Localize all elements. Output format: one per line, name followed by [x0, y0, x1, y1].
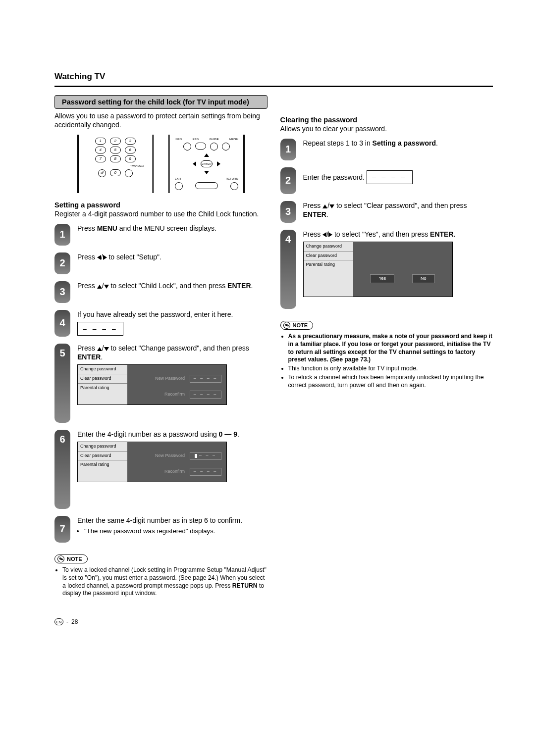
- note-badge: ✎ NOTE: [280, 321, 314, 330]
- step-number: 2: [54, 252, 70, 274]
- label-return: RETURN: [226, 177, 238, 180]
- text-setting-intro: Register a 4-digit password number to us…: [54, 210, 268, 219]
- step-number: 2: [280, 167, 296, 194]
- note-icon: ✎: [56, 554, 65, 563]
- step-text: Enter the 4-digit number as a password u…: [77, 430, 268, 482]
- key-6: 6: [125, 147, 136, 153]
- arrow-right-icon: [103, 255, 107, 260]
- clear-step-4: 4 Press / to select "Yes", and then pres…: [280, 230, 493, 309]
- key-return: [230, 182, 238, 190]
- divider: [54, 86, 493, 87]
- step-1: 1 Press MENU and the MENU screen display…: [54, 224, 268, 246]
- key-1: 1: [95, 138, 106, 145]
- label-new-password: New Password: [155, 453, 185, 459]
- field-reconfirm: – – – –: [190, 391, 221, 399]
- clear-step-1: 1 Repeat steps 1 to 3 in Setting a passw…: [280, 139, 493, 160]
- step-number: 5: [54, 344, 70, 423]
- label-reconfirm: Reconfirm: [164, 469, 185, 475]
- menu-item: Parental rating: [304, 260, 353, 269]
- field-new-password: – – –: [190, 452, 221, 460]
- step-number: 7: [54, 516, 70, 543]
- step-5: 5 Press / to select "Change password", a…: [54, 344, 268, 423]
- arrow-up-icon: [204, 153, 209, 157]
- arrow-left-icon: [97, 255, 101, 260]
- step-number: 3: [54, 281, 70, 303]
- menu-item: Change password: [304, 242, 353, 252]
- key-menu: [222, 143, 230, 151]
- step-number: 1: [54, 224, 70, 246]
- key-3: 3: [125, 138, 136, 145]
- text-clearing-intro: Allows you to clear your password.: [280, 125, 493, 134]
- step-text: Repeat steps 1 to 3 in Setting a passwor…: [303, 139, 493, 148]
- step-number: 1: [280, 139, 296, 160]
- key-info: [183, 143, 191, 151]
- page-number: 28: [71, 618, 78, 625]
- step-text: Press / to select "Yes", and then press …: [303, 230, 493, 297]
- note-bullet: To relock a channel which has been tempo…: [288, 374, 493, 390]
- password-box: – – – –: [77, 322, 123, 336]
- key-bar: [195, 182, 218, 189]
- label-new-password: New Password: [155, 376, 185, 382]
- key-4: 4: [95, 147, 106, 153]
- label-exit: EXIT: [175, 177, 181, 180]
- page-footer: EN - 28: [54, 618, 493, 625]
- step-text: Press / to select "Change password", and…: [77, 344, 268, 405]
- key-flashback: ↺: [98, 169, 106, 177]
- arrow-down-icon: [329, 204, 334, 208]
- step-text: Press MENU and the MENU screen displays.: [77, 224, 268, 233]
- arrow-left-icon: [193, 161, 196, 166]
- remote-diagrams: 1 2 3 4 5 6 7 8 9 TV/VIDEO: [54, 135, 268, 193]
- menu-item: Parental rating: [78, 460, 127, 469]
- key-9: 9: [125, 155, 136, 162]
- step-number: 6: [54, 430, 70, 509]
- step-text: Enter the same 4-digit number as in step…: [77, 516, 268, 535]
- heading-clearing-password: Clearing the password: [280, 116, 493, 124]
- arrow-up-icon: [97, 285, 102, 289]
- step-text: Press / to select "Child Lock", and then…: [77, 281, 268, 290]
- step-number: 4: [54, 310, 70, 337]
- password-box: – – – –: [367, 170, 413, 184]
- key-epg: [195, 143, 206, 150]
- step-2: 2 Press / to select "Setup".: [54, 252, 268, 274]
- step-text: Enter the password. – – – –: [303, 167, 493, 184]
- remote-numpad: 1 2 3 4 5 6 7 8 9 TV/VIDEO: [77, 135, 154, 193]
- menu-panel-enter-password: Change password Clear password Parental …: [77, 442, 227, 482]
- step-3: 3 Press / to select "Child Lock", and th…: [54, 281, 268, 303]
- menu-panel-change-password: Change password Clear password Parental …: [77, 364, 227, 405]
- menu-panel-yes-no: Change password Clear password Parental …: [303, 242, 453, 297]
- step-6: 6 Enter the 4-digit number as a password…: [54, 430, 268, 509]
- key-2: 2: [110, 138, 121, 145]
- key-exit: [175, 182, 183, 190]
- key-enter: ENTER: [201, 160, 213, 167]
- arrow-down-icon: [204, 171, 209, 174]
- arrow-up-icon: [322, 204, 327, 208]
- arrow-left-icon: [322, 232, 326, 237]
- label-reconfirm: Reconfirm: [164, 392, 185, 398]
- option-yes: Yes: [370, 274, 394, 283]
- key-8: 8: [110, 155, 121, 162]
- bullet: "The new password was registered" displa…: [84, 527, 268, 535]
- section-title: Watching TV: [54, 72, 493, 82]
- label-menu: MENU: [229, 138, 238, 141]
- key-7: 7: [95, 155, 106, 162]
- field-new-password: – – – –: [190, 375, 221, 383]
- remote-nav: INFO EPG GUIDE MENU: [168, 135, 245, 193]
- step-7: 7 Enter the same 4-digit number as in st…: [54, 516, 268, 543]
- step-text: If you have already set the password, en…: [77, 310, 268, 336]
- arrow-down-icon: [104, 285, 109, 289]
- lang-badge: EN: [54, 618, 63, 625]
- key-guide: [210, 143, 218, 151]
- note-icon: ✎: [282, 321, 291, 330]
- label-info: INFO: [175, 138, 182, 141]
- menu-item: Clear password: [78, 374, 127, 384]
- label-tvvideo: TV/VIDEO: [130, 164, 144, 167]
- key-0: 0: [110, 169, 121, 176]
- step-text: Press / to select "Setup".: [77, 252, 268, 261]
- clear-step-3: 3 Press / to select "Clear password", an…: [280, 201, 493, 223]
- arrow-right-icon: [217, 161, 220, 166]
- step-number: 4: [280, 230, 296, 309]
- heading-setting-password: Setting a password: [54, 201, 268, 209]
- menu-item: Parental rating: [78, 384, 127, 393]
- arrow-down-icon: [104, 347, 109, 351]
- right-column: Clearing the password Allows you to clea…: [280, 95, 493, 599]
